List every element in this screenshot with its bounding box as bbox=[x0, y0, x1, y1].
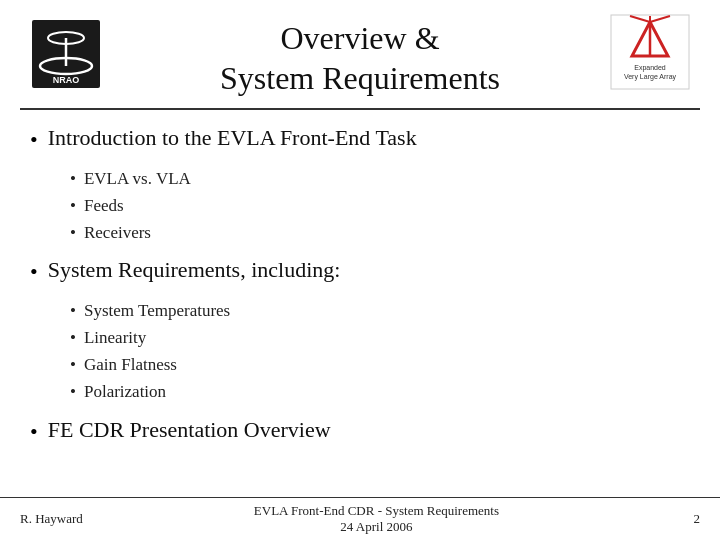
title-line2: System Requirements bbox=[220, 60, 500, 96]
bullet3-text: FE CDR Presentation Overview bbox=[48, 416, 331, 445]
title-line1: Overview & bbox=[280, 20, 439, 56]
content-area: • Introduction to the EVLA Front-End Tas… bbox=[0, 118, 720, 497]
list-item: •EVLA vs. VLA bbox=[70, 165, 690, 192]
footer: R. Hayward EVLA Front-End CDR - System R… bbox=[0, 497, 720, 540]
sub-bullet-icon: • bbox=[70, 351, 76, 378]
sub-item-label: Gain Flatness bbox=[84, 351, 177, 378]
sub-bullet-icon: • bbox=[70, 165, 76, 192]
bullet2-sublist: •System Temperatures •Linearity •Gain Fl… bbox=[30, 297, 690, 406]
footer-center-line2: 24 April 2006 bbox=[83, 519, 670, 535]
sub-bullet-icon: • bbox=[70, 297, 76, 324]
bullet2-dot: • bbox=[30, 258, 38, 287]
bullet2-container: • System Requirements, including: bbox=[30, 256, 690, 287]
bullet1-dot: • bbox=[30, 126, 38, 155]
sub-bullet-icon: • bbox=[70, 192, 76, 219]
list-item: •Receivers bbox=[70, 219, 690, 246]
sub-item-label: Polarization bbox=[84, 378, 166, 405]
bullet3-dot: • bbox=[30, 418, 38, 447]
bullet1-text: Introduction to the EVLA Front-End Task bbox=[48, 124, 417, 153]
bullet1-container: • Introduction to the EVLA Front-End Tas… bbox=[30, 124, 690, 155]
nrao-logo: NRAO bbox=[30, 18, 102, 90]
evla-logo: Expanded Very Large Array bbox=[610, 14, 690, 90]
sub-item-label: Linearity bbox=[84, 324, 146, 351]
footer-center: EVLA Front-End CDR - System Requirements… bbox=[83, 503, 670, 535]
bullet3-container: • FE CDR Presentation Overview bbox=[30, 416, 690, 447]
list-item: •System Temperatures bbox=[70, 297, 690, 324]
footer-page-number: 2 bbox=[670, 511, 700, 527]
header: NRAO Overview & System Requirements bbox=[0, 0, 720, 108]
header-divider bbox=[20, 108, 700, 110]
list-item: •Feeds bbox=[70, 192, 690, 219]
bullet1-sublist: •EVLA vs. VLA •Feeds •Receivers bbox=[30, 165, 690, 247]
footer-left: R. Hayward bbox=[20, 511, 83, 527]
sub-bullet-icon: • bbox=[70, 324, 76, 351]
list-item: •Linearity bbox=[70, 324, 690, 351]
sub-bullet-icon: • bbox=[70, 378, 76, 405]
slide: NRAO Overview & System Requirements bbox=[0, 0, 720, 540]
svg-text:NRAO: NRAO bbox=[53, 75, 80, 85]
sub-bullet-icon: • bbox=[70, 219, 76, 246]
bullet2-text: System Requirements, including: bbox=[48, 256, 341, 285]
list-item: •Gain Flatness bbox=[70, 351, 690, 378]
sub-item-label: Feeds bbox=[84, 192, 124, 219]
sub-item-label: Receivers bbox=[84, 219, 151, 246]
svg-text:Very Large Array: Very Large Array bbox=[624, 73, 677, 81]
footer-center-line1: EVLA Front-End CDR - System Requirements bbox=[83, 503, 670, 519]
sub-item-label: System Temperatures bbox=[84, 297, 230, 324]
svg-text:Expanded: Expanded bbox=[634, 64, 666, 72]
list-item: •Polarization bbox=[70, 378, 690, 405]
slide-title: Overview & System Requirements bbox=[220, 18, 500, 98]
sub-item-label: EVLA vs. VLA bbox=[84, 165, 191, 192]
